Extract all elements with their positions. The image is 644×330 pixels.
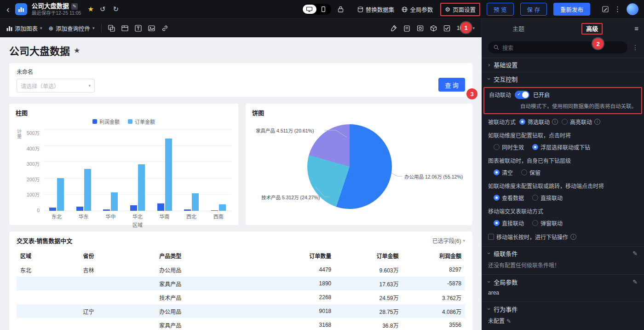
- bar[interactable]: [184, 209, 191, 211]
- republish-button[interactable]: 重新发布: [553, 3, 590, 16]
- section-cascade-conditions[interactable]: › 级联条件 ✎: [482, 246, 644, 261]
- bar-group[interactable]: [211, 129, 226, 211]
- table-row[interactable]: 家具产品316836.8万3556: [17, 318, 465, 330]
- panel-more-icon[interactable]: ⋮: [630, 44, 640, 51]
- bar-plot: [43, 129, 232, 211]
- panel-menu-icon[interactable]: ≡: [629, 24, 644, 32]
- section-basic-settings[interactable]: › 基础设置: [482, 58, 644, 72]
- mobile-view-icon[interactable]: [316, 5, 330, 14]
- image-icon[interactable]: [148, 25, 155, 32]
- section-global-params[interactable]: › 全局参数 ✎: [482, 274, 644, 289]
- bar[interactable]: [211, 210, 218, 211]
- edit-behavior-icon[interactable]: ✎: [506, 318, 511, 324]
- bar[interactable]: [57, 178, 64, 211]
- bar-group[interactable]: [130, 129, 145, 211]
- favorite-star-icon[interactable]: ★: [87, 5, 93, 13]
- desktop-view-icon[interactable]: [303, 5, 316, 14]
- longpress-checkbox[interactable]: 移动端长按时，进行下钻操作 i: [488, 233, 576, 241]
- bar[interactable]: [130, 205, 137, 211]
- save-button[interactable]: 保 存: [520, 3, 547, 16]
- tab-advanced[interactable]: 高级: [555, 24, 629, 33]
- auto-link-label: 自动联动: [489, 91, 511, 98]
- radio-simultaneous[interactable]: 同时生效: [494, 143, 524, 151]
- radio-highlight-link[interactable]: 高亮联动 i: [562, 118, 600, 126]
- query-select[interactable]: 请选择（单选） ▾: [17, 79, 95, 93]
- bar[interactable]: [138, 164, 145, 211]
- table-row[interactable]: 技术产品226824.59万3.762万: [17, 290, 465, 304]
- radio-filter-link[interactable]: 筛选联动 i: [519, 118, 558, 126]
- bar[interactable]: [157, 203, 164, 211]
- share-edit-icon[interactable]: [602, 6, 609, 12]
- note-board-icon[interactable]: [403, 25, 410, 32]
- device-toggle[interactable]: [302, 4, 331, 15]
- radio-popup-select[interactable]: 浮层选择联动或下钻: [532, 143, 590, 151]
- add-query-widget-button[interactable]: ⊕ 添加查询控件 ▾: [49, 24, 95, 33]
- redo-icon[interactable]: ↻: [111, 5, 120, 13]
- tab-theme[interactable]: 主题: [482, 24, 555, 33]
- edit-global-params-icon[interactable]: ✎: [632, 278, 638, 285]
- back-icon[interactable]: ‹: [6, 5, 11, 14]
- bar[interactable]: [49, 208, 56, 211]
- bar-group[interactable]: [184, 129, 199, 211]
- preview-button[interactable]: 预 览: [487, 3, 513, 16]
- page-settings-button[interactable]: ⚙ 页面设置: [440, 3, 480, 16]
- table-row[interactable]: 东北吉林办公用品44799.603万8297: [17, 263, 465, 277]
- fields-selected-dropdown[interactable]: 已选字段(6) ▾: [432, 237, 465, 244]
- add-chart-button[interactable]: 添加图表 ▾: [6, 24, 42, 33]
- bar[interactable]: [111, 192, 118, 211]
- search-input[interactable]: 搜索: [488, 41, 627, 53]
- lock-icon[interactable]: [338, 6, 344, 12]
- pie-chart-card[interactable]: 饼图 家具产品 4.511万 (20.61%) 办公用品 12.06万 (55.…: [246, 104, 472, 225]
- tab-container-icon[interactable]: [121, 25, 128, 32]
- info-icon[interactable]: i: [552, 119, 558, 125]
- radio-direct-link[interactable]: 直接联动: [532, 194, 563, 202]
- radio-mobile-direct[interactable]: 直接联动: [494, 219, 524, 227]
- hyperlink-icon[interactable]: [161, 25, 168, 32]
- undo-icon[interactable]: ↺: [98, 5, 107, 13]
- bar-group[interactable]: [76, 129, 91, 211]
- bar-group[interactable]: [157, 129, 172, 211]
- col-order-qty: 订单数量: [268, 249, 335, 263]
- radio-mobile-popup[interactable]: 弹窗联动: [532, 219, 563, 227]
- container-icon[interactable]: [108, 25, 115, 32]
- watermark-icon[interactable]: [417, 25, 424, 32]
- second-row: 添加图表 ▾ ⊕ 添加查询控件 ▾: [0, 18, 644, 37]
- pie-chart-title: 饼图: [252, 108, 466, 117]
- table-row[interactable]: 辽宁办公用品901828.75万4.086万: [17, 304, 465, 318]
- edit-title-icon[interactable]: ✎: [71, 3, 78, 10]
- bar-group[interactable]: [103, 129, 118, 211]
- component-box-icon[interactable]: [430, 25, 437, 32]
- radio-view-data[interactable]: 查看数据: [494, 194, 524, 202]
- bar-group[interactable]: [49, 129, 64, 211]
- replace-dataset-button[interactable]: 替换数据集: [357, 5, 395, 14]
- format-brush-icon[interactable]: [390, 25, 397, 32]
- app-logo-icon: [15, 3, 27, 15]
- radio-clear[interactable]: 清空: [494, 168, 513, 176]
- legend-item[interactable]: 订单金额: [128, 118, 155, 125]
- pie-circle[interactable]: [307, 124, 392, 209]
- info-icon[interactable]: i: [594, 119, 600, 125]
- bar[interactable]: [103, 209, 110, 211]
- global-params-button[interactable]: 全局参数: [402, 5, 433, 14]
- radio-keep[interactable]: 保留: [521, 168, 540, 176]
- table-row[interactable]: 家具产品189017.63万-5878: [17, 277, 465, 290]
- title-star-icon[interactable]: ★: [74, 46, 80, 55]
- content: 公司大盘数据 ★ 未命名 请选择（单选） ▾ 查 询 柱图 利润金额订单金额 计…: [0, 37, 644, 330]
- legend-item[interactable]: 利润金额: [92, 118, 120, 125]
- more-menu-icon[interactable]: ⋮: [614, 5, 621, 13]
- edit-cascade-icon[interactable]: ✎: [632, 250, 638, 257]
- bar-chart-card[interactable]: 柱图 利润金额订单金额 计量 500万400万300万200万100万0 东北华…: [9, 104, 238, 225]
- query-button[interactable]: 查 询: [438, 78, 465, 92]
- bar[interactable]: [219, 204, 226, 211]
- bar[interactable]: [192, 193, 199, 211]
- section-interaction-control[interactable]: › 交互控制: [482, 72, 644, 86]
- text-icon[interactable]: [135, 25, 142, 32]
- info-icon[interactable]: i: [570, 234, 576, 240]
- bar[interactable]: [165, 139, 172, 211]
- bar[interactable]: [76, 207, 83, 211]
- auto-link-toggle[interactable]: ✓: [515, 91, 529, 99]
- check-square-icon[interactable]: [443, 25, 450, 32]
- bar[interactable]: [84, 169, 91, 211]
- section-behavior-events[interactable]: › 行为事件: [482, 301, 644, 316]
- avatar[interactable]: [627, 3, 638, 15]
